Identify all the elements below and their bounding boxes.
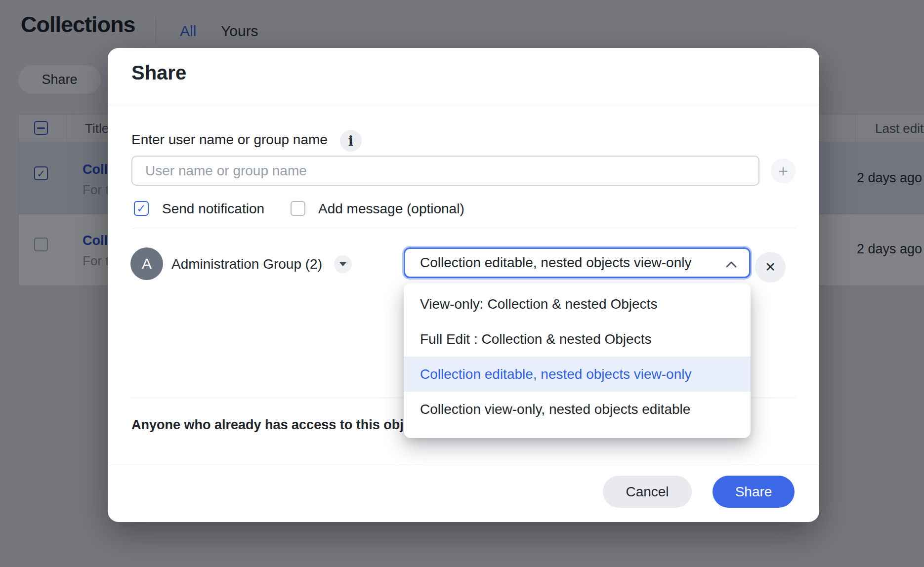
avatar-initial: A [142,255,152,272]
add-message-checkbox[interactable] [291,201,305,216]
permission-option-selected[interactable]: Collection editable, nested objects view… [404,357,751,392]
group-expand-button[interactable] [334,255,352,273]
recipient-input[interactable] [131,156,759,186]
info-icon[interactable]: i [340,130,362,152]
permission-dropdown: View-only: Collection & nested Objects F… [404,283,751,438]
recipient-label: Enter user name or group name [131,131,328,149]
dialog-title: Share [131,62,186,84]
share-dialog: Share Enter user name or group name i + … [108,48,819,522]
remove-group-button[interactable]: ✕ [755,252,786,283]
dialog-footer-divider [108,466,819,466]
check-icon: ✓ [136,203,146,214]
permission-select[interactable]: Collection editable, nested objects view… [404,247,751,278]
plus-icon: + [778,162,788,179]
permission-select-value: Collection editable, nested objects view… [420,255,691,271]
group-name: Administration Group (2) [171,256,322,272]
share-button[interactable]: Share [713,476,795,508]
caret-down-icon [339,262,346,266]
dialog-header-divider [108,105,819,105]
close-icon: ✕ [765,259,776,275]
cancel-button[interactable]: Cancel [603,476,692,508]
permission-option[interactable]: Collection view-only, nested objects edi… [404,392,751,427]
add-message-label: Add message (optional) [318,201,464,217]
send-notification-checkbox[interactable]: ✓ [134,201,149,216]
add-recipient-button[interactable]: + [771,159,796,183]
section-divider [131,229,796,229]
group-avatar: A [130,247,163,280]
permission-option[interactable]: View-only: Collection & nested Objects [404,286,751,322]
send-notification-label: Send notification [162,201,264,217]
permission-option[interactable]: Full Edit : Collection & nested Objects [404,322,751,357]
chevron-up-icon [725,261,737,268]
access-note: Anyone who already has access to this ob… [131,415,450,434]
